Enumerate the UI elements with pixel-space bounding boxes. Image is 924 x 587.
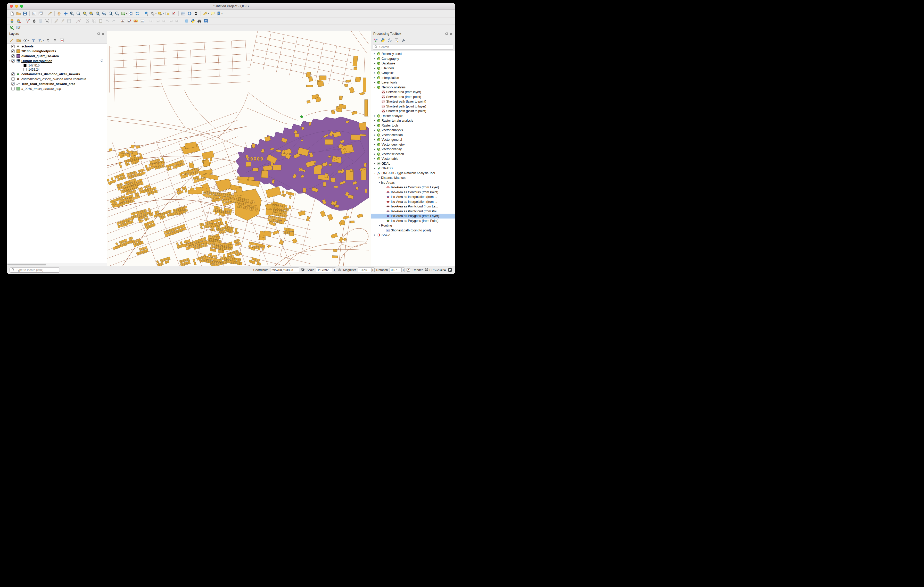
new-bookmark-dropdown-caret[interactable]: ▾ xyxy=(221,12,223,15)
run-feature-action-dropdown-caret[interactable]: ▾ xyxy=(155,12,157,15)
toolbox-group-item[interactable]: ▶QLayer tools xyxy=(371,80,455,85)
layer-visibility-checkbox[interactable] xyxy=(12,54,15,58)
scrollbar-thumb[interactable] xyxy=(7,264,46,265)
map-canvas[interactable] xyxy=(107,31,371,266)
toolbox-algorithm-item[interactable]: Shortest path (point to point) xyxy=(371,228,455,233)
run-feature-action-button[interactable]: ▾ xyxy=(150,10,157,17)
toolbox-group-item[interactable]: ▶QVector creation xyxy=(371,133,455,138)
layer-item[interactable]: diamond_quart_iso-area xyxy=(7,54,107,59)
toolbox-group-item[interactable]: ▶QRaster tools xyxy=(371,123,455,128)
rotation-spinbox[interactable]: ▲▼ xyxy=(389,268,405,272)
scale-combo[interactable]: ▲▼ xyxy=(316,268,336,272)
cut-features-button[interactable] xyxy=(84,18,91,24)
rotate-label-button[interactable]: ab xyxy=(155,18,161,24)
processing-toolbox-button[interactable] xyxy=(186,10,193,17)
layer-visibility-checkbox[interactable] xyxy=(12,82,15,86)
tree-collapsed-caret-icon[interactable]: ▶ xyxy=(378,177,381,179)
select-features-button[interactable]: ▾ xyxy=(157,10,164,17)
magnifier-spinbox[interactable]: ▲▼ xyxy=(358,268,375,272)
tree-collapsed-caret-icon[interactable]: ▶ xyxy=(373,139,376,141)
options-button[interactable] xyxy=(400,37,407,44)
toolbox-group-item[interactable]: ▶QRaster terrain analysis xyxy=(371,118,455,123)
new-project-button[interactable] xyxy=(9,10,15,17)
help-button[interactable]: ? xyxy=(203,18,209,24)
label-visibility-button[interactable]: abc xyxy=(139,18,145,24)
change-label-button[interactable]: ab xyxy=(161,18,168,24)
zoom-last-button[interactable] xyxy=(107,10,114,17)
pan-map-button[interactable] xyxy=(56,10,63,17)
toolbox-group-item[interactable]: ▶QRecently used xyxy=(371,51,455,56)
magnifier-input[interactable] xyxy=(358,268,371,272)
rotation-stepper[interactable]: ▲▼ xyxy=(401,268,405,272)
current-edits-button[interactable] xyxy=(53,18,59,24)
statistical-summary-button[interactable]: Σ xyxy=(193,10,199,17)
temporal-controller-button[interactable] xyxy=(128,10,134,17)
diagram-options-button[interactable]: ab xyxy=(174,18,180,24)
tree-collapsed-caret-icon[interactable]: ▶ xyxy=(373,143,376,146)
processing-searchbox[interactable] xyxy=(373,44,453,50)
coordinate-input[interactable] xyxy=(270,268,299,272)
tree-expanded-caret-icon[interactable]: ▼ xyxy=(373,172,376,174)
new-shapefile-layer-button[interactable] xyxy=(25,18,31,24)
toolbox-group-item[interactable]: ▶QVector selection xyxy=(371,152,455,157)
layer-item[interactable]: schools xyxy=(7,44,107,49)
toolbox-algorithm-item[interactable]: Iso-Area as Pointcloud (from Poi... xyxy=(371,209,455,214)
data-source-manager-button[interactable] xyxy=(9,18,15,24)
tree-collapsed-caret-icon[interactable]: ▶ xyxy=(373,115,376,117)
toolbox-group-item[interactable]: ▼Iso-Areas xyxy=(371,180,455,185)
select-features-dropdown-caret[interactable]: ▾ xyxy=(163,12,164,15)
locate-searchbox[interactable] xyxy=(10,268,60,273)
filter-by-expression-dropdown-caret[interactable]: ▾ xyxy=(43,39,44,41)
rotation-input[interactable] xyxy=(389,268,401,272)
memory-layer-indicator-icon[interactable] xyxy=(100,59,103,63)
layer-visibility-checkbox[interactable] xyxy=(12,44,15,48)
layer-item[interactable]: tl_2010_tracts_newark_pop xyxy=(7,86,107,91)
toolbox-group-item[interactable]: ▶SAGA xyxy=(371,233,455,238)
toolbox-group-item[interactable]: ▼Routing xyxy=(371,223,455,228)
zoom-to-layer-button[interactable] xyxy=(95,10,101,17)
toolbox-algorithm-item[interactable]: Shortest path (point to layer) xyxy=(371,104,455,109)
scale-lock-icon[interactable] xyxy=(338,268,342,272)
magnifier-stepper[interactable]: ▲▼ xyxy=(371,268,375,272)
toolbox-group-item[interactable]: ▶QVector table xyxy=(371,156,455,161)
tree-collapsed-caret-icon[interactable]: ▶ xyxy=(373,62,376,64)
manage-map-themes-dropdown-caret[interactable]: ▾ xyxy=(28,39,29,41)
save-project-button[interactable] xyxy=(21,10,28,17)
crs-status-button[interactable]: EPSG:3424 xyxy=(425,268,446,272)
tree-collapsed-caret-icon[interactable]: ▶ xyxy=(373,67,376,69)
new-bookmark-button[interactable]: ▾ xyxy=(216,10,223,17)
zoom-plugin-button[interactable] xyxy=(9,25,15,31)
tree-collapsed-caret-icon[interactable]: ▶ xyxy=(373,53,376,55)
toolbox-algorithm-item[interactable]: Shortest path (point to point) xyxy=(371,109,455,113)
toolbox-group-item[interactable]: ▶QRaster analysis xyxy=(371,113,455,118)
zoom-next-button[interactable] xyxy=(114,10,120,17)
scale-input[interactable] xyxy=(316,268,333,272)
undo-button[interactable] xyxy=(104,18,111,24)
redo-button[interactable] xyxy=(111,18,117,24)
toolbox-algorithm-item[interactable]: Iso-Area as Contours (from Point) xyxy=(371,190,455,195)
locate-input[interactable] xyxy=(15,268,58,272)
tree-collapsed-caret-icon[interactable]: ▶ xyxy=(373,58,376,60)
layers-horizontal-scrollbar[interactable] xyxy=(7,263,107,266)
tree-collapsed-caret-icon[interactable]: ▶ xyxy=(373,167,376,169)
zoom-out-button[interactable] xyxy=(75,10,82,17)
zoom-full-button[interactable] xyxy=(82,10,88,17)
layer-visibility-checkbox[interactable] xyxy=(12,77,15,81)
toolbox-group-item[interactable]: ▶GDAL xyxy=(371,161,455,166)
toolbox-algorithm-item[interactable]: Shortest path (layer to point) xyxy=(371,99,455,104)
identify-features-button[interactable]: i xyxy=(144,10,150,17)
tree-collapsed-caret-icon[interactable]: ▶ xyxy=(373,72,376,74)
tree-collapsed-caret-icon[interactable]: ▶ xyxy=(373,163,376,164)
tree-collapsed-caret-icon[interactable]: ▶ xyxy=(373,134,376,136)
filter-by-expression-button[interactable]: ε▾ xyxy=(37,37,45,44)
tree-collapsed-caret-icon[interactable]: ▶ xyxy=(373,153,376,155)
tree-collapsed-caret-icon[interactable]: ▶ xyxy=(373,148,376,150)
save-edits-button[interactable] xyxy=(66,18,73,24)
deselect-features-button[interactable] xyxy=(171,10,177,17)
toolbox-group-item[interactable]: ▶GRASS xyxy=(371,166,455,171)
scripts-button[interactable] xyxy=(380,37,386,44)
filter-legend-button[interactable] xyxy=(30,37,36,44)
toolbox-group-item[interactable]: ▶Distance Matrices xyxy=(371,176,455,180)
trace-plugin-button[interactable] xyxy=(15,25,21,31)
processing-panel-close-button[interactable] xyxy=(449,32,453,36)
